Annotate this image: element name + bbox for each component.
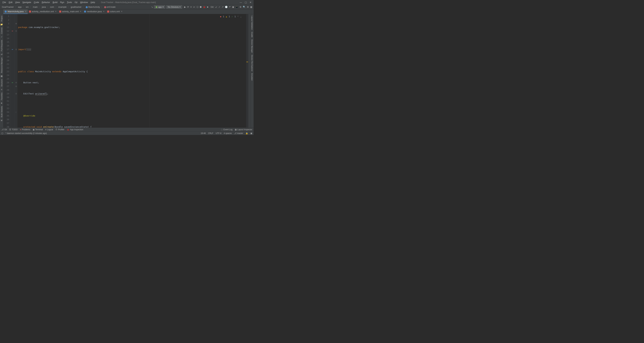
menu-view[interactable]: View <box>14 0 21 4</box>
rail-structure[interactable]: Structure <box>0 78 3 88</box>
btab-profiler[interactable]: ⏱ Profiler <box>55 128 64 131</box>
history-icon[interactable]: 🕐 <box>225 6 228 8</box>
tab-close-icon[interactable]: ✕ <box>25 10 26 12</box>
implement-icon[interactable]: ●↑ <box>11 81 14 84</box>
rail-device-file-explorer[interactable]: Device File Explorer <box>251 54 254 72</box>
rail-favorites[interactable]: Favorites <box>0 91 3 101</box>
crumb[interactable]: goaltracker <box>70 5 82 8</box>
btab-layoutinspector[interactable]: ▦ Layout Inspector <box>235 128 252 131</box>
ide-settings-icon[interactable]: ⚙ <box>247 6 249 8</box>
menu-navigate[interactable]: Navigate <box>21 0 32 4</box>
toolicon3[interactable]: ⚙ <box>240 6 242 8</box>
tab[interactable]: activity_main.xml✕ <box>58 9 83 14</box>
toolicon2[interactable]: 📱 <box>236 6 238 8</box>
crumb[interactable]: app <box>18 5 22 8</box>
rail-commit[interactable]: Commit <box>0 26 3 35</box>
rail-build-variants[interactable]: Build Variants <box>0 105 3 118</box>
override-icon[interactable]: ●↑ <box>11 48 14 51</box>
layout-icon[interactable]: ▦ <box>250 6 252 8</box>
expand-down-icon[interactable]: ⌄ <box>240 15 242 18</box>
rail-emulator[interactable]: Emulator <box>251 72 254 82</box>
menu-refactor[interactable]: Refactor <box>40 0 51 4</box>
lock-icon[interactable]: 🔒 <box>246 132 248 134</box>
crumb[interactable]: com <box>50 5 55 8</box>
crumb[interactable]: GoalTracker <box>1 5 14 8</box>
push-icon[interactable]: ↗ <box>222 6 224 8</box>
sync-icon[interactable]: ↘ <box>151 6 153 8</box>
line-separator[interactable]: CRLF <box>208 132 213 134</box>
fold-end-icon[interactable]: ⌐ <box>15 110 18 114</box>
fold-icon[interactable]: ⊞ <box>15 22 18 25</box>
menu-run[interactable]: Run <box>59 0 66 4</box>
encoding[interactable]: UTF-8 <box>216 132 221 134</box>
btab-eventlog[interactable]: ◌ Event Log <box>221 128 232 131</box>
menu-git[interactable]: Git <box>74 0 79 4</box>
status-indicator-icon[interactable]: ▢ <box>1 132 3 134</box>
tab[interactable]: activity_nextbutton.xml✕ <box>28 9 58 14</box>
run-icon[interactable]: ▶ <box>184 6 186 8</box>
fold-icon[interactable]: ⊟ <box>15 84 18 88</box>
tab-close-icon[interactable]: ✕ <box>121 10 122 12</box>
indent[interactable]: 4 spaces <box>224 132 232 134</box>
search-icon[interactable]: 🔍 <box>243 6 246 8</box>
tab-close-icon[interactable]: ✕ <box>103 10 104 12</box>
fold-icon[interactable]: ⊟ <box>15 29 18 33</box>
bug-icon[interactable]: ⬢ <box>200 6 202 8</box>
commit-icon[interactable]: ✓ <box>218 6 220 8</box>
editor[interactable]: 1231112131415161718192021222324252627282… <box>3 14 250 128</box>
menu-window[interactable]: Window <box>79 0 89 4</box>
override-icon[interactable]: ●↑ <box>11 29 14 33</box>
crumb[interactable]: main <box>32 5 38 8</box>
rail-device-manager[interactable]: Device Manager <box>251 38 254 54</box>
crumb[interactable]: onCreate <box>104 5 116 8</box>
rail-resource-manager[interactable]: Resource Manager <box>0 56 3 74</box>
marker-bar[interactable] <box>246 14 248 128</box>
fold-icon[interactable]: ⊟ <box>15 92 18 96</box>
crumb[interactable]: src <box>25 5 29 8</box>
git-branch[interactable]: ⎇ master <box>234 132 243 134</box>
btab-appinspection[interactable]: 🐞 App Inspection <box>67 128 83 131</box>
fold-icon[interactable]: ⊟ <box>15 48 18 51</box>
rail-project[interactable]: Project <box>0 15 3 22</box>
menu-tools[interactable]: Tools <box>66 0 73 4</box>
rail-layout-validation[interactable]: Layout Validation <box>251 15 254 31</box>
update-icon[interactable]: ↙ <box>215 6 217 8</box>
minimize-icon[interactable]: — <box>240 1 242 4</box>
tab-close-icon[interactable]: ✕ <box>55 10 56 12</box>
revert-icon[interactable]: ↶ <box>229 6 231 8</box>
code-content[interactable]: package com.example.goaltracker; import … <box>18 14 246 128</box>
rail-gradle[interactable]: Gradle <box>251 31 254 38</box>
close-icon[interactable]: ✕ <box>250 1 252 4</box>
inspections-widget[interactable]: ●1 ▲1 ✓1 ⌃ ⌄ <box>220 15 242 18</box>
crumb[interactable]: example <box>58 5 67 8</box>
stop-icon[interactable]: ■ <box>207 6 208 8</box>
notifications-icon[interactable]: ▣ <box>250 132 252 134</box>
attach-icon[interactable]: ⬡ <box>196 6 198 8</box>
tab[interactable]: nextbutton.java✕ <box>83 9 106 14</box>
crumb[interactable]: java <box>41 5 46 8</box>
tab[interactable]: colors.xml✕ <box>106 9 124 14</box>
menu-file[interactable]: File <box>1 0 7 4</box>
device-selector[interactable]: No Devices▾ <box>166 5 182 9</box>
debug-run-icon[interactable]: 🐞 <box>203 6 206 8</box>
cursor-position[interactable]: 19:48 <box>201 132 206 134</box>
menu-edit[interactable]: Edit <box>8 0 14 4</box>
menu-help[interactable]: Help <box>90 0 96 4</box>
rail-pull-requests[interactable]: Pull Requests <box>0 39 3 52</box>
tab-close-icon[interactable]: ✕ <box>80 10 81 12</box>
toolicon1[interactable]: ▣ <box>232 6 234 8</box>
run-config-selector[interactable]: ▣app▾ <box>154 5 165 9</box>
scrollbar[interactable] <box>248 14 250 128</box>
btab-logcat[interactable]: ≡ Logcat <box>45 128 53 131</box>
debug-icon[interactable]: ⟳ <box>187 6 189 8</box>
profile-icon[interactable]: ≡ <box>190 6 192 8</box>
menu-code[interactable]: Code <box>33 0 40 4</box>
expand-up-icon[interactable]: ⌃ <box>238 15 239 18</box>
tab[interactable]: MainActivity.java✕ <box>3 9 28 14</box>
maximize-icon[interactable]: ▢ <box>245 1 247 4</box>
crumb[interactable]: MainActivity <box>85 5 100 8</box>
fold-icon[interactable]: ⊟ <box>15 81 18 84</box>
coverage-icon[interactable]: ≔ <box>193 6 195 8</box>
btab-terminal[interactable]: ▣ Terminal <box>33 128 43 131</box>
menu-build[interactable]: Build <box>52 0 59 4</box>
